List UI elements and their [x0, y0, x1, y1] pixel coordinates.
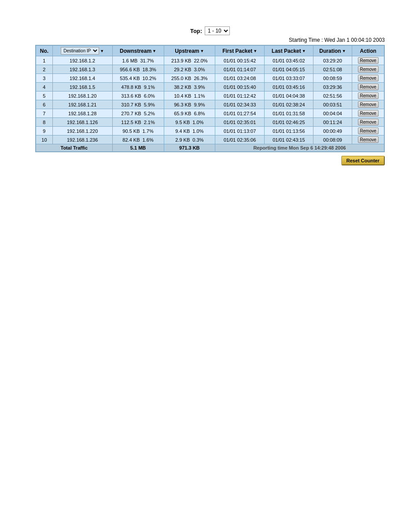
cell-last-packet: 01/01 01:13:56	[265, 127, 313, 135]
cell-duration: 03:29:20	[313, 56, 352, 65]
table-row: 10 192.168.1.236 82.4 KB 1.6% 2.9 KB 0.3…	[36, 135, 384, 144]
cell-ip: 192.168.1.21	[52, 100, 112, 109]
cell-duration: 00:00:49	[313, 127, 352, 135]
first-packet-sort-icon: ▼	[253, 49, 257, 53]
total-row: Total Traffic 5.1 MB 971.3 KB Reporting …	[36, 144, 384, 152]
cell-first-packet: 01/01 00:15:42	[215, 56, 265, 65]
cell-downstream: 313.6 KB 6.0%	[112, 92, 164, 100]
starting-time: Starting Time : Wed Jan 1 00:04:10 2003	[35, 37, 385, 43]
remove-button[interactable]: Remove	[358, 119, 379, 125]
cell-ip: 192.168.1.3	[52, 65, 112, 74]
cell-duration: 02:51:08	[313, 65, 352, 74]
cell-no: 6	[36, 100, 53, 109]
main-table-wrapper: No. Destination IP Source IP ▼	[35, 45, 385, 152]
duration-sort-icon: ▼	[342, 49, 346, 53]
cell-first-packet: 01/01 01:14:07	[215, 65, 265, 74]
cell-upstream: 9.4 KB 1.0%	[164, 127, 215, 135]
col-first-packet[interactable]: First Packet ▼	[215, 46, 265, 56]
table-row: 6 192.168.1.21 310.7 KB 5.9% 96.3 KB 9.9…	[36, 100, 384, 109]
cell-duration: 00:11:24	[313, 118, 352, 127]
cell-downstream: 112.5 KB 2.1%	[112, 118, 164, 127]
last-packet-sort-icon: ▼	[302, 49, 306, 53]
remove-button[interactable]: Remove	[358, 66, 379, 73]
col-duration[interactable]: Duration ▼	[313, 46, 352, 56]
cell-upstream: 9.5 KB 1.0%	[164, 118, 215, 127]
cell-upstream: 2.9 KB 0.3%	[164, 135, 215, 144]
cell-action: Remove	[352, 127, 384, 135]
destination-ip-sort-icon: ▼	[100, 49, 104, 53]
cell-last-packet: 01/01 04:04:38	[265, 92, 313, 100]
cell-last-packet: 01/01 03:45:02	[265, 56, 313, 65]
cell-first-packet: 01/01 01:13:07	[215, 127, 265, 135]
destination-ip-select[interactable]: Destination IP Source IP	[61, 47, 99, 55]
main-table: No. Destination IP Source IP ▼	[36, 45, 384, 152]
cell-action: Remove	[352, 135, 384, 144]
cell-action: Remove	[352, 100, 384, 109]
cell-duration: 02:51:56	[313, 92, 352, 100]
col-action: Action	[352, 46, 384, 56]
cell-action: Remove	[352, 118, 384, 127]
cell-downstream: 956.6 KB 18.3%	[112, 65, 164, 74]
cell-action: Remove	[352, 56, 384, 65]
cell-no: 8	[36, 118, 53, 127]
cell-downstream: 1.6 MB 31.7%	[112, 56, 164, 65]
remove-button[interactable]: Remove	[358, 75, 379, 81]
cell-upstream: 10.4 KB 1.1%	[164, 92, 215, 100]
remove-button[interactable]: Remove	[358, 128, 379, 134]
cell-last-packet: 01/01 03:33:07	[265, 74, 313, 83]
cell-duration: 00:04:04	[313, 109, 352, 118]
top-label: Top:	[190, 28, 202, 34]
table-row: 3 192.168.1.4 535.4 KB 10.2% 255.0 KB 26…	[36, 74, 384, 83]
cell-last-packet: 01/01 04:05:15	[265, 65, 313, 74]
remove-button[interactable]: Remove	[358, 110, 379, 117]
cell-duration: 00:08:59	[313, 74, 352, 83]
table-row: 8 192.168.1.126 112.5 KB 2.1% 9.5 KB 1.0…	[36, 118, 384, 127]
cell-first-packet: 01/01 01:27:54	[215, 109, 265, 118]
cell-no: 5	[36, 92, 53, 100]
col-destination-ip[interactable]: Destination IP Source IP ▼	[52, 46, 112, 56]
cell-action: Remove	[352, 83, 384, 92]
remove-button[interactable]: Remove	[358, 136, 379, 143]
cell-last-packet: 01/01 01:31:58	[265, 109, 313, 118]
cell-action: Remove	[352, 109, 384, 118]
cell-no: 3	[36, 74, 53, 83]
total-upstream: 971.3 KB	[164, 144, 215, 152]
cell-upstream: 96.3 KB 9.9%	[164, 100, 215, 109]
cell-ip: 192.168.1.4	[52, 74, 112, 83]
table-row: 9 192.168.1.220 90.5 KB 1.7% 9.4 KB 1.0%…	[36, 127, 384, 135]
cell-downstream: 478.8 KB 9.1%	[112, 83, 164, 92]
cell-ip: 192.168.1.28	[52, 109, 112, 118]
col-downstream[interactable]: Downstream ▼	[112, 46, 164, 56]
reporting-time: Reporting time Mon Sep 6 14:29:48 2006	[215, 144, 384, 152]
top-bar: Top: 1 - 10 1 - 20 1 - 50	[35, 26, 385, 35]
cell-no: 4	[36, 83, 53, 92]
cell-first-packet: 01/01 00:15:40	[215, 83, 265, 92]
cell-duration: 00:03:51	[313, 100, 352, 109]
cell-first-packet: 01/01 02:35:01	[215, 118, 265, 127]
cell-action: Remove	[352, 65, 384, 74]
top-select[interactable]: 1 - 10 1 - 20 1 - 50	[205, 26, 230, 35]
cell-last-packet: 01/01 02:43:15	[265, 135, 313, 144]
cell-ip: 192.168.1.220	[52, 127, 112, 135]
cell-duration: 03:29:36	[313, 83, 352, 92]
reset-counter-button[interactable]: Reset Counter	[341, 156, 385, 165]
remove-button[interactable]: Remove	[358, 92, 379, 99]
table-row: 1 192.168.1.2 1.6 MB 31.7% 213.9 KB 22.0…	[36, 56, 384, 65]
remove-button[interactable]: Remove	[358, 57, 379, 64]
remove-button[interactable]: Remove	[358, 101, 379, 108]
cell-upstream: 38.2 KB 3.9%	[164, 83, 215, 92]
total-label: Total Traffic	[36, 144, 113, 152]
cell-downstream: 310.7 KB 5.9%	[112, 100, 164, 109]
col-upstream[interactable]: Upstream ▼	[164, 46, 215, 56]
cell-no: 7	[36, 109, 53, 118]
cell-upstream: 65.9 KB 6.8%	[164, 109, 215, 118]
remove-button[interactable]: Remove	[358, 84, 379, 90]
upstream-sort-icon: ▼	[200, 49, 204, 53]
cell-last-packet: 01/01 03:45:16	[265, 83, 313, 92]
cell-duration: 00:08:09	[313, 135, 352, 144]
cell-upstream: 255.0 KB 26.3%	[164, 74, 215, 83]
col-last-packet[interactable]: Last Packet ▼	[265, 46, 313, 56]
cell-ip: 192.168.1.5	[52, 83, 112, 92]
cell-ip: 192.168.1.126	[52, 118, 112, 127]
cell-last-packet: 01/01 02:38:24	[265, 100, 313, 109]
